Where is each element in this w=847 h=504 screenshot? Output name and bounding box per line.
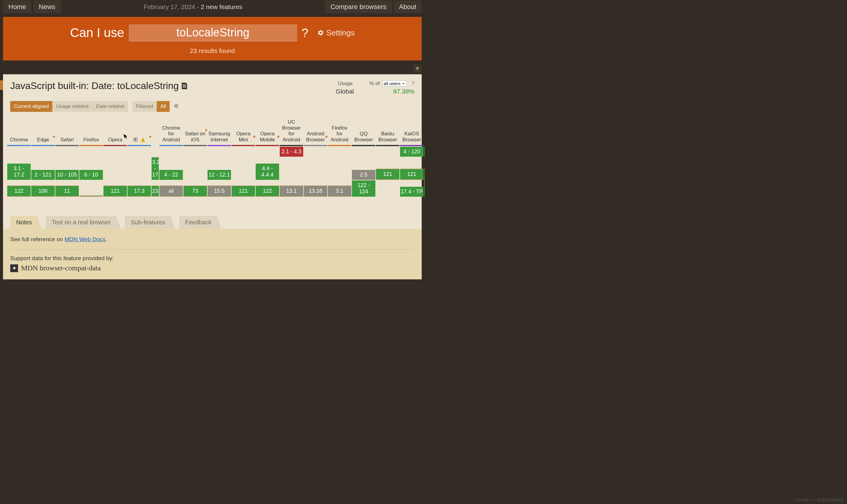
browser-header[interactable]: Opera Mini*: [232, 124, 255, 146]
version-cell[interactable]: 12 - 120: [424, 147, 425, 157]
browser-header[interactable]: Opera Mobile*: [256, 124, 279, 146]
tab-test[interactable]: Test on a real browser: [46, 216, 121, 229]
version-cell[interactable]: 73: [183, 185, 207, 197]
browser-header[interactable]: Baidu Browser: [376, 124, 399, 146]
results-count: 23 results found: [9, 47, 416, 54]
funnel-icon: [415, 67, 420, 71]
browser-header[interactable]: QQ Browser: [352, 124, 375, 146]
search-label: Can I use: [70, 25, 124, 40]
version-cell[interactable]: 122: [256, 185, 279, 197]
version-cell[interactable]: all: [159, 185, 183, 197]
search-input[interactable]: [129, 24, 297, 41]
nav-compare[interactable]: Compare browsers: [325, 1, 392, 13]
notes-reference-text: See full reference on: [10, 236, 65, 242]
version-cell[interactable]: 13.1: [280, 185, 303, 197]
version-cell[interactable]: 2.1 - 4.3: [280, 147, 303, 157]
search-hero: Can I use ? Settings 23 results found: [3, 17, 422, 60]
note-asterisk: *: [149, 135, 151, 141]
filter-all[interactable]: All: [157, 101, 170, 112]
version-cell[interactable]: 122 - 124: [352, 180, 375, 197]
header-news-link[interactable]: 2 new features: [201, 3, 242, 10]
version-cell[interactable]: 121: [104, 185, 127, 197]
browser-header[interactable]: Opera: [104, 124, 127, 146]
version-cell[interactable]: 121: [376, 169, 399, 180]
browser-header[interactable]: Firefox: [79, 124, 103, 146]
version-cell[interactable]: 3.1 - 17.2: [7, 164, 31, 180]
browser-header[interactable]: Samsung Internet: [208, 124, 231, 146]
feature-panel: JavaScript built-in: Date: toLocaleStrin…: [3, 74, 422, 280]
version-cell[interactable]: 17.3: [128, 185, 151, 197]
feature-title: JavaScript built-in: Date: toLocaleStrin…: [10, 80, 187, 91]
view-date-relative[interactable]: Date relative: [92, 101, 128, 112]
nav-news[interactable]: News: [33, 1, 61, 13]
browser-header[interactable]: Chrome: [7, 124, 31, 146]
settings-button[interactable]: Settings: [317, 28, 355, 38]
version-cell[interactable]: 13.18: [304, 185, 327, 197]
version-cell[interactable]: 121: [400, 169, 424, 180]
browser-header[interactable]: IE ⚠️*: [128, 124, 151, 146]
version-cell[interactable]: 3.2 - 17.2: [151, 157, 159, 180]
version-cell[interactable]: 4 - 120: [400, 147, 424, 157]
version-cell[interactable]: 17.3: [424, 169, 425, 180]
browser-header[interactable]: UC Browser for Android: [280, 118, 303, 146]
version-cell[interactable]: 11: [55, 185, 79, 197]
note-asterisk: *: [53, 135, 55, 141]
note-asterisk: *: [253, 135, 255, 141]
version-cell[interactable]: 17.4 - TP: [400, 187, 424, 197]
version-cell[interactable]: 6 - 10: [79, 170, 103, 180]
version-cell[interactable]: 2 - 121: [31, 170, 55, 180]
browser-header[interactable]: Safari on iOS*: [183, 124, 207, 146]
usage-scope-select[interactable]: all users: [382, 80, 407, 87]
filter-filtered[interactable]: Filtered: [132, 101, 157, 112]
global-pct: 97.38%: [393, 88, 414, 95]
gear-icon: [174, 104, 179, 108]
version-cell[interactable]: 12 - 12.1: [208, 170, 231, 180]
version-cell[interactable]: 3.1: [328, 185, 351, 197]
nav-about[interactable]: About: [394, 1, 422, 13]
version-cell[interactable]: 123 - 125: [424, 180, 425, 197]
version-cell[interactable]: 122: [7, 185, 31, 197]
table-settings-button[interactable]: [174, 104, 179, 109]
search-question-mark: ?: [302, 26, 308, 40]
version-cell[interactable]: 2.5: [352, 170, 375, 180]
provided-by-label: Support data for this feature provided b…: [10, 255, 414, 262]
tab-notes[interactable]: Notes: [10, 216, 41, 229]
mdn-link[interactable]: MDN Web Docs: [65, 236, 106, 242]
version-cell[interactable]: 4.4 - 4.4.4: [256, 164, 279, 180]
provider-icon: ✦: [10, 264, 18, 272]
header-date: February 17, 2024: [143, 3, 195, 10]
version-cell[interactable]: 15.5: [208, 185, 231, 197]
version-cell[interactable]: 121: [232, 185, 255, 197]
data-provider[interactable]: ✦ MDN browser-compat-data: [10, 264, 414, 272]
filter-toggle-button[interactable]: [413, 65, 422, 73]
usage-label: Usage: [338, 80, 353, 87]
view-current-aligned[interactable]: Current aligned: [10, 101, 52, 112]
note-asterisk: *: [277, 135, 280, 141]
tab-subfeatures[interactable]: Sub-features: [125, 216, 175, 229]
support-table: ChromeEdge*SafariFirefoxOperaIE ⚠️*Chrom…: [7, 118, 417, 207]
usage-help-button[interactable]: ?: [412, 80, 414, 87]
header-news-banner: February 17, 2024 - 2 new features: [61, 3, 325, 11]
browser-header[interactable]: Android Browser*: [304, 124, 327, 146]
browser-header[interactable]: Safari: [55, 124, 79, 146]
version-cell[interactable]: 4 - 22: [159, 170, 183, 180]
view-usage-relative[interactable]: Usage relative: [52, 101, 92, 112]
gear-icon: [317, 30, 324, 36]
browser-header[interactable]: Chrome for Android: [159, 124, 183, 146]
pct-of-label: % of: [370, 80, 380, 87]
pin-handle[interactable]: [0, 80, 3, 90]
version-cell[interactable]: 106: [31, 185, 55, 197]
browser-header[interactable]: KaiOS Browser: [400, 124, 424, 146]
browser-header[interactable]: Edge*: [31, 124, 55, 146]
version-cell[interactable]: 23: [151, 185, 159, 197]
note-asterisk: *: [205, 128, 207, 134]
document-icon[interactable]: [182, 83, 187, 89]
nav-home[interactable]: Home: [3, 1, 32, 13]
notes-panel: See full reference on MDN Web Docs. Supp…: [3, 229, 422, 280]
tab-feedback[interactable]: Feedback: [179, 216, 221, 229]
version-cell[interactable]: 10 - 105: [55, 170, 79, 180]
global-label: Global: [336, 88, 354, 95]
browser-header[interactable]: Firefox for Android: [328, 124, 351, 146]
note-asterisk: *: [325, 135, 327, 141]
